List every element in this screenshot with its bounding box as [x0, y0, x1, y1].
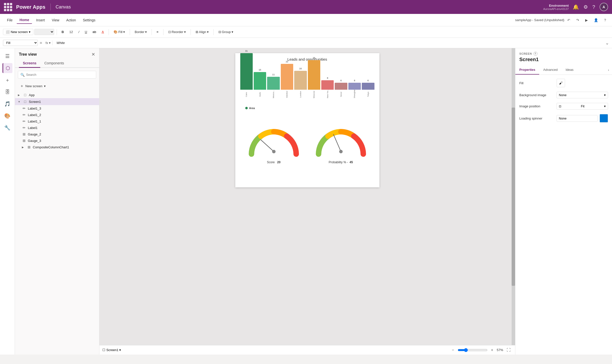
undo-button[interactable]: ↶ — [565, 17, 572, 23]
redo-button[interactable]: ↷ — [574, 17, 581, 23]
italic-button[interactable]: / — [76, 29, 82, 35]
font-size-button[interactable]: 12 — [67, 29, 75, 35]
new-screen-tree-button[interactable]: ＋ New screen ▾ — [18, 82, 48, 90]
zoom-slider[interactable] — [458, 348, 488, 352]
gauge2-label: Probability % - 45 — [311, 161, 371, 164]
menu-home[interactable]: Home — [17, 16, 32, 24]
sidebar-theme-icon[interactable]: 🎨 — [2, 111, 12, 121]
fill-button[interactable]: 🎨 Fill ▾ — [111, 29, 127, 35]
menu-settings[interactable]: Settings — [80, 17, 99, 24]
formula-bar: Fill = fx ▾ ⌄ — [0, 38, 612, 48]
tree-item-label1[interactable]: ✏ Label1 — [15, 124, 99, 131]
bar-value: 6 — [348, 79, 361, 82]
app-chevron-icon: ▶ — [18, 94, 21, 96]
spinner-color-button[interactable] — [600, 114, 608, 122]
border-button[interactable]: Border ▾ — [132, 29, 149, 35]
screen-selector[interactable]: ☐ Screen1 ▾ — [102, 348, 121, 352]
tree-item-label1_3[interactable]: ✏ Label1_3 — [15, 105, 99, 112]
menu-file[interactable]: File — [4, 17, 16, 24]
tree-item-gauge2[interactable]: ⊞ Gauge_2 — [15, 131, 99, 137]
property-select[interactable]: Fill — [3, 40, 38, 46]
tree-item-chart1[interactable]: ▶ ⊞ CompositeColumnChart1 — [15, 144, 99, 150]
loading-spinner-select[interactable]: None — [557, 115, 598, 122]
new-screen-label: New screen — [11, 30, 28, 34]
canvas-scrollbar-vertical[interactable] — [512, 48, 515, 345]
canvas-container[interactable]: Leads and opportunities 31Cairo15Delhi11… — [99, 48, 515, 345]
label1_2-icon: ✏ — [22, 113, 26, 117]
settings-icon[interactable]: ⚙ — [583, 4, 588, 10]
search-box: 🔍 — [18, 71, 96, 79]
chart1-label: CompositeColumnChart1 — [33, 145, 96, 149]
group-button[interactable]: ⊟ Group ▾ — [216, 29, 236, 35]
bars-container: 31Cairo15Delhi11Mexico...22Istanbul16Lon… — [240, 66, 374, 106]
apps-grid-icon[interactable] — [4, 3, 12, 11]
menu-insert[interactable]: Insert — [33, 17, 48, 24]
sidebar-menu-icon[interactable]: ☰ — [2, 51, 12, 61]
zoom-out-button[interactable]: − — [450, 347, 455, 353]
gauge1-svg — [244, 123, 304, 158]
tab-components[interactable]: Components — [40, 59, 68, 68]
help-icon[interactable]: ? — [592, 4, 595, 10]
new-screen-tree-chevron-icon: ▾ — [44, 84, 46, 88]
panel-expand-icon[interactable]: › — [608, 65, 612, 75]
sidebar-media-icon[interactable]: 🎵 — [2, 99, 12, 109]
image-position-select[interactable]: ⊡ Fit ▾ — [557, 103, 608, 110]
tab-advanced[interactable]: Advanced — [539, 65, 562, 75]
bar-group: 6Shanghai — [348, 83, 361, 98]
app-subtitle: Canvas — [56, 4, 71, 10]
background-image-select[interactable]: None ▾ — [557, 92, 608, 98]
font-select[interactable] — [34, 29, 54, 35]
reorder-button[interactable]: ⊡ Reorder ▾ — [166, 29, 188, 35]
search-input[interactable] — [18, 71, 96, 79]
new-screen-button[interactable]: ⬜ New screen ▾ — [3, 29, 33, 35]
notification-icon[interactable]: 🔔 — [573, 4, 579, 10]
font-color-button[interactable]: A — [99, 29, 106, 35]
tree-item-screen1[interactable]: ▼ □ Screen1 ••• — [15, 98, 99, 105]
screen-selector-chevron-icon: ▾ — [119, 348, 121, 352]
tree-close-button[interactable]: ✕ — [91, 52, 95, 57]
bold-button[interactable]: B — [59, 29, 66, 35]
avatar[interactable]: A — [600, 3, 608, 11]
chart-legend: Area — [240, 106, 374, 111]
screen-checkbox-icon: ☐ — [102, 348, 105, 352]
bar: 11 — [267, 77, 280, 90]
expand-canvas-button[interactable]: ⛶ — [505, 347, 512, 353]
underline-button[interactable]: U — [82, 29, 89, 35]
align-button[interactable]: ⊞ Align ▾ — [193, 29, 211, 35]
bar-value: 25 — [308, 57, 320, 59]
tab-ideas[interactable]: Ideas — [562, 65, 577, 75]
environment-name: AuroraAPI-env43137 — [543, 7, 569, 10]
strikethrough-button[interactable]: ab — [90, 29, 98, 35]
app-label: App — [29, 93, 96, 97]
formula-input[interactable] — [54, 40, 603, 46]
bar-value: 16 — [294, 67, 307, 70]
tree-item-label1_2[interactable]: ✏ Label1_2 — [15, 112, 99, 118]
formula-expand-icon[interactable]: ⌄ — [605, 40, 609, 46]
tree-item-app[interactable]: ▶ □ App — [15, 92, 99, 98]
sidebar-tools-icon[interactable]: 🔧 — [2, 123, 12, 133]
bar-group: 22Istanbul — [281, 64, 293, 98]
sidebar-data-icon[interactable]: 🗄 — [2, 87, 12, 97]
tab-screens[interactable]: Screens — [19, 59, 40, 68]
align-text-button[interactable]: ≡ — [154, 29, 161, 35]
user-button[interactable]: 👤 — [592, 17, 600, 23]
sidebar-add-icon[interactable]: ＋ — [2, 75, 12, 85]
zoom-in-button[interactable]: + — [490, 347, 495, 353]
play-button[interactable]: ▶ — [583, 17, 590, 23]
svg-point-1 — [272, 150, 276, 153]
menu-action[interactable]: Action — [63, 17, 79, 24]
tab-properties[interactable]: Properties — [515, 65, 539, 75]
bar-label: Seoul — [340, 91, 342, 98]
sidebar-layers-icon[interactable]: ⬡ — [2, 63, 12, 73]
bar: 8 — [321, 80, 334, 90]
environment-label: Environment — [543, 4, 569, 7]
menu-view[interactable]: View — [49, 17, 62, 24]
help-circle-icon[interactable]: ? — [533, 52, 537, 56]
tree-item-label1_1[interactable]: ✏ Label1_1 — [15, 118, 99, 124]
help-menu-button[interactable]: ? — [602, 17, 608, 23]
label1-label: Label1 — [28, 126, 96, 130]
chart-title: Leads and opportunities — [235, 53, 379, 63]
fill-color-button[interactable]: 🖌 — [557, 79, 565, 87]
tree-item-gauge3[interactable]: ⊞ Gauge_3 — [15, 137, 99, 144]
canvas-area: Leads and opportunities 31Cairo15Delhi11… — [99, 48, 515, 355]
